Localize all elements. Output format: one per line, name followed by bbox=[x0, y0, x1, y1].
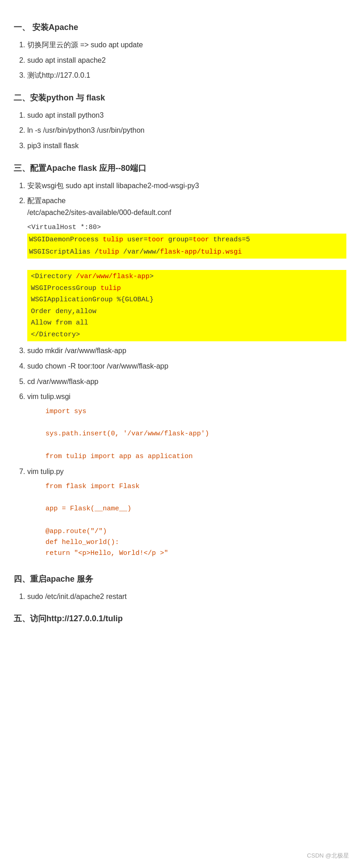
order-deny-allow: Order deny,allow bbox=[31, 308, 96, 315]
list-item-vim-wsgi: vim tulip.wsgi import sys sys.path.inser… bbox=[27, 391, 346, 462]
list-item-mkdir: sudo mkdir /var/www/flask-app bbox=[27, 345, 346, 357]
virtualhost-block: <VirtualHost *:80> WSGIDaemonProcess tul… bbox=[27, 222, 346, 341]
toor-label-1: toor bbox=[148, 236, 164, 244]
flask-app-path: flask-app/tulip.wsgi bbox=[160, 248, 242, 256]
tulip-label-1: tulip bbox=[103, 236, 123, 244]
list-item: 切换阿里云的源 => sudo apt update bbox=[27, 39, 346, 51]
list-item-wsgi: 安装wsgi包 sudo apt install libapache2-mod-… bbox=[27, 180, 346, 192]
section-3-list: 安装wsgi包 sudo apt install libapache2-mod-… bbox=[14, 180, 346, 559]
section-3: 三、配置Apache flask 应用--80端口 安装wsgi包 sudo a… bbox=[14, 163, 346, 559]
directory-close: </Directory> bbox=[31, 331, 80, 339]
wsgi-script-alias-line: WSGIScriptAlias /tulip /var/www/flask-ap… bbox=[27, 246, 346, 259]
section-4-list: sudo /etc/init.d/apache2 restart bbox=[14, 591, 346, 603]
py-code-block: from flask import Flask app = Flask(__na… bbox=[45, 481, 346, 559]
wsgi-line-1: import sys bbox=[45, 406, 346, 417]
vim-wsgi-label: vim tulip.wsgi bbox=[27, 393, 70, 400]
py-line-2: app = Flask(__name__) bbox=[45, 504, 346, 514]
wsgi-daemon-mid2: group= bbox=[164, 236, 193, 244]
list-item-cd: cd /var/www/flask-app bbox=[27, 376, 346, 388]
tulip-label-2: tulip bbox=[99, 248, 119, 256]
list-item-vim-py: vim tulip.py from flask import Flask app… bbox=[27, 466, 346, 559]
section-1-list: 切换阿里云的源 => sudo apt update sudo apt inst… bbox=[14, 39, 346, 81]
section-4: 四、重启apache 服务 sudo /etc/init.d/apache2 r… bbox=[14, 574, 346, 603]
wsgi-process-val: tulip bbox=[100, 284, 121, 292]
section-2-list: sudo apt install python3 ln -s /usr/bin/… bbox=[14, 110, 346, 152]
directory-end-text: > bbox=[150, 273, 154, 280]
section-5-title: 五、访问http://127.0.0.1/tulip bbox=[14, 613, 346, 624]
list-item-apache-config: 配置apache /etc/apache2/sites-available/00… bbox=[27, 195, 346, 341]
wsgi-daemon-mid1: user= bbox=[123, 236, 148, 244]
directory-block: <Directory /var/www/flask-app> WSGIProce… bbox=[27, 270, 346, 341]
section-2-title: 二、安装python 与 flask bbox=[14, 92, 346, 103]
config-path: /etc/apache2/sites-available/000-default… bbox=[27, 209, 171, 216]
py-line-4: def hello_world(): bbox=[45, 537, 346, 548]
virtualhost-start: <VirtualHost *:80> bbox=[27, 224, 101, 231]
section-1-title: 一、 安装Apache bbox=[14, 22, 346, 33]
section-5: 五、访问http://127.0.0.1/tulip bbox=[14, 613, 346, 624]
section-1: 一、 安装Apache 切换阿里云的源 => sudo apt update s… bbox=[14, 22, 346, 81]
list-item: ln -s /usr/bin/python3 /usr/bin/python bbox=[27, 125, 346, 136]
wsgi-daemon-end: threads=5 bbox=[209, 236, 250, 244]
footer: CSDN @北极星 bbox=[307, 852, 349, 860]
wsgi-code-block: import sys sys.path.insert(0, '/var/www/… bbox=[45, 406, 346, 462]
directory-start-text: <Directory bbox=[31, 273, 76, 280]
wsgi-daemon-line: WSGIDaemonProcess tulip user=toor group=… bbox=[27, 234, 346, 246]
section-4-title: 四、重启apache 服务 bbox=[14, 574, 346, 584]
config-label: 配置apache bbox=[27, 197, 66, 205]
allow-from-all: Allow from all bbox=[31, 319, 88, 327]
section-3-title: 三、配置Apache flask 应用--80端口 bbox=[14, 163, 346, 174]
wsgi-daemon-before: WSGIDaemonProcess bbox=[29, 236, 103, 244]
directory-path: /var/www/flask-app bbox=[76, 273, 150, 280]
list-item-chown: sudo chown -R toor:toor /var/www/flask-a… bbox=[27, 360, 346, 372]
wsgi-line-3: from tulip import app as application bbox=[45, 451, 346, 462]
list-item: 测试http://127.0.0.1 bbox=[27, 70, 346, 81]
toor-label-2: toor bbox=[193, 236, 209, 244]
wsgi-alias-before: WSGIScriptAlias / bbox=[29, 248, 99, 256]
list-item-restart: sudo /etc/init.d/apache2 restart bbox=[27, 591, 346, 603]
wsgi-alias-mid: /var/www/ bbox=[119, 248, 160, 256]
wsgi-process-group-label: WSGIProcessGroup bbox=[31, 284, 100, 292]
vim-py-label: vim tulip.py bbox=[27, 468, 64, 475]
wsgi-line-2: sys.path.insert(0, '/var/www/flask-app') bbox=[45, 429, 346, 439]
py-line-5: return "<p>Hello, World!</p >" bbox=[45, 548, 346, 559]
list-item: sudo apt install apache2 bbox=[27, 55, 346, 66]
section-2: 二、安装python 与 flask sudo apt install pyth… bbox=[14, 92, 346, 152]
py-line-3: @app.route("/") bbox=[45, 526, 346, 537]
list-item: sudo apt install python3 bbox=[27, 110, 346, 121]
wsgi-app-group: WSGIApplicationGroup %{GLOBAL} bbox=[31, 296, 154, 304]
list-item: pip3 install flask bbox=[27, 140, 346, 152]
py-line-1: from flask import Flask bbox=[45, 481, 346, 492]
